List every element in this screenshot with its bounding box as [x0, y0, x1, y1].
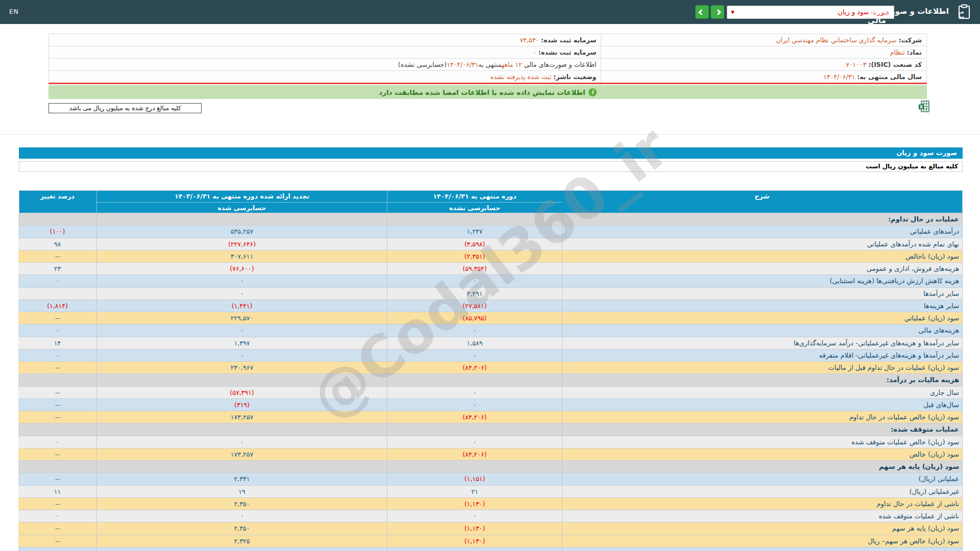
next-report-button[interactable]: [710, 5, 724, 19]
description-cell: هزینه‌های مالی: [562, 324, 962, 336]
value-cell: (۵۷,۳۹۱): [96, 387, 387, 398]
value-cell: (۱,۱۵۱): [387, 473, 562, 485]
change-cell: ۰: [18, 510, 96, 522]
value-cell: ۰: [387, 275, 562, 287]
description-cell: سود (زیان) خالص عملیات در حال تداوم: [562, 411, 962, 423]
section-divider: [0, 134, 980, 135]
value-cell: ۰: [96, 436, 387, 448]
description-cell: درآمدهای عملیاتی: [562, 226, 962, 237]
change-cell: [18, 423, 96, 435]
change-cell: ۲۳: [18, 263, 96, 274]
value-cell: ۰: [96, 510, 387, 522]
table-row: عملیاتی (ریال)(۱,۱۵۱)۲,۳۳۱--: [19, 472, 962, 485]
value-cell: (۸۴,۲۰۶): [387, 448, 562, 460]
value-cell: ۲,۳۵۰: [96, 498, 387, 510]
info-cell: کد صنعت (ISIC): ۷۰۱۰۰۳: [601, 59, 926, 70]
value-cell: ۷۴,۵۳۰: [96, 547, 387, 551]
info-cell: اطلاعات و صورت‌های مالی ۱۲ ماههمنتهی به۱…: [49, 59, 601, 70]
header-current-period: دوره منتهی به ۱۴۰۴/۰۶/۳۱: [387, 191, 562, 202]
table-row: درآمدهای عملیاتی۱,۲۴۷۵۳۵,۲۵۷(۱۰۰): [19, 225, 962, 237]
value-cell: ۰: [96, 324, 387, 336]
value-cell: ۰: [387, 399, 562, 411]
section-row: عملیات در حال تداوم:: [19, 213, 962, 225]
table-row: سرمایه۷۴,۵۳۰۷۴,۵۳۰: [19, 547, 962, 551]
change-cell: --: [18, 399, 96, 411]
value-cell: (۱,۴۴۱): [96, 300, 387, 312]
prev-report-button[interactable]: [695, 5, 709, 19]
excel-export-icon[interactable]: X: [919, 101, 929, 114]
description-cell: هزینه‌های فروش، اداری و عمومی: [562, 263, 962, 274]
value-cell: ۲,۳۵۰: [96, 522, 387, 534]
value-cell: ۱,۵۸۹: [387, 337, 562, 349]
description-cell: سال جاری: [562, 387, 962, 398]
table-row: سایر هزینه‌ها(۲۷,۵۸۱)(۱,۴۴۱)(۱,۸۱۴): [19, 299, 962, 312]
company-info-row: کد صنعت (ISIC): ۷۰۱۰۰۳اطلاعات و صورت‌های…: [49, 59, 926, 71]
value-cell: (۲۷,۵۸۱): [387, 300, 562, 312]
change-cell: [18, 547, 96, 551]
table-row: سود (زیان) خالص عملیات متوقف شده۰۰۰: [19, 436, 962, 448]
table-row: غیرعملیاتی (ریال)۲۱۱۹۱۱: [19, 485, 962, 497]
income-statement-table: شرح دوره منتهی به ۱۴۰۴/۰۶/۳۱ حسابرسی نشد…: [19, 190, 963, 551]
value-cell: ۰: [96, 349, 387, 361]
change-cell: --: [18, 473, 96, 485]
info-cell: سرمایه ثبت نشده: ۰: [49, 46, 601, 58]
statement-unit-note: کلیه مبالغ به میلیون ریال است: [19, 161, 963, 172]
top-header-bar: EN ▼ صورت سود و زیان اطلاعات و صورت‌های …: [0, 0, 980, 24]
value-cell: ۳,۴۹۱: [387, 288, 562, 299]
info-icon: i: [589, 88, 597, 96]
table-row: سال جاری۰(۵۷,۳۹۱)--: [19, 386, 962, 398]
header-description: شرح: [562, 191, 962, 213]
chevron-right-icon: [715, 9, 721, 15]
table-row: ناشی از عملیات در حال تداوم(۱,۱۳۰)۲,۳۵۰-…: [19, 497, 962, 510]
description-cell: سود (زیان) عملیاتي: [562, 312, 962, 324]
value-cell: (۱,۱۳۰): [387, 522, 562, 534]
description-cell: ناشی از عملیات متوقف شده: [562, 510, 962, 522]
value-cell: (۳۱۹): [96, 399, 387, 411]
value-cell: [96, 213, 387, 225]
description-cell: سود (زیان) عملیات در حال تداوم قبل از ما…: [562, 362, 962, 373]
company-info-row: نماد: ثنظامسرمایه ثبت نشده: ۰: [49, 46, 926, 59]
change-cell: --: [18, 387, 96, 398]
value-cell: (۸۴,۲۰۶): [387, 362, 562, 373]
table-row: سایر درآمدها۳,۴۹۱۰: [19, 287, 962, 299]
table-row: سود (زیان) خالص(۸۴,۲۰۶)۱۷۳,۲۵۷--: [19, 448, 962, 460]
value-cell: ۲۲۹,۵۷۰: [96, 312, 387, 324]
language-toggle[interactable]: EN: [9, 8, 18, 15]
value-cell: ۰: [387, 324, 562, 336]
value-cell: (۲,۳۵۱): [387, 251, 562, 262]
value-cell: ۲۱: [387, 486, 562, 497]
change-cell: --: [18, 411, 96, 423]
description-cell: سایر هزینه‌ها: [562, 300, 962, 312]
description-cell: سود (زیان) خالص هر سهم– ریال: [562, 535, 962, 547]
company-info-row: شرکت: سرمایه گذاري ساختماني نظام مهندسي …: [49, 34, 926, 46]
value-cell: ۵۳۵,۲۵۷: [96, 226, 387, 237]
header-restated-period: تجدید ارائه شده دوره منتهی به ۱۴۰۳/۰۶/۳۱: [96, 191, 387, 202]
value-cell: ۱,۲۴۷: [387, 226, 562, 237]
info-cell: وضعیت ناشر: ثبت شده پذیرفته نشده: [49, 71, 601, 83]
value-cell: ۲,۳۳۱: [96, 473, 387, 485]
page-title: اطلاعات و صورت‌های مالی: [868, 7, 954, 25]
change-cell: (۱,۸۱۴): [18, 300, 96, 312]
info-cell: سال مالی منتهی به: ۱۴۰۴/۰۶/۳۱: [601, 71, 926, 83]
value-cell: ۷۴,۵۳۰: [387, 547, 562, 551]
value-cell: [96, 374, 387, 386]
description-cell: ناشی از عملیات در حال تداوم: [562, 498, 962, 510]
signed-data-banner: i اطلاعات نمایش داده شده با اطلاعات امضا…: [48, 85, 927, 99]
change-cell: ۹۸: [18, 238, 96, 250]
change-cell: ۰: [18, 349, 96, 361]
table-row: هزینه کاهش ارزش دریافتنی‌ها (هزینه استثن…: [19, 274, 962, 287]
description-cell: سود (زیان) خالص: [562, 448, 962, 460]
value-cell: ۰: [387, 349, 562, 361]
table-row: بهای تمام شده درآمدهای عملیاتی(۳,۵۹۸)(۲۲…: [19, 238, 962, 250]
value-cell: (۸۴,۲۰۶): [387, 411, 562, 423]
table-row: سایر درآمدها و هزینه‌های غیرعملیاتی- اقل…: [19, 349, 962, 361]
description-cell: بهای تمام شده درآمدهای عملیاتی: [562, 238, 962, 250]
description-cell: هزینه کاهش ارزش دریافتنی‌ها (هزینه استثن…: [562, 275, 962, 287]
table-row: سود (زیان) خالص عملیات در حال تداوم(۸۴,۲…: [19, 411, 962, 423]
value-cell: ۲,۳۲۵: [96, 535, 387, 547]
change-cell: ۰: [18, 275, 96, 287]
change-cell: --: [18, 522, 96, 534]
table-body: عملیات در حال تداوم:درآمدهای عملیاتی۱,۲۴…: [19, 213, 962, 551]
value-cell: [387, 213, 562, 225]
table-row: هزینه‌های مالی۰۰۰: [19, 324, 962, 336]
